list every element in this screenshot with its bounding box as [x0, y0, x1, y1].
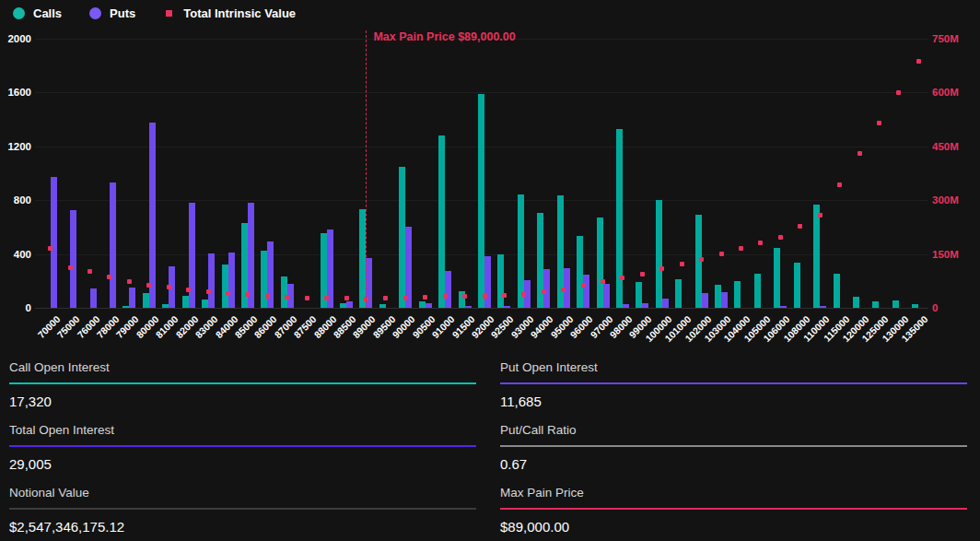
intrinsic-value-dot[interactable]	[896, 90, 901, 95]
intrinsic-value-dot[interactable]	[88, 269, 92, 274]
put-bar[interactable]	[543, 269, 550, 308]
call-bar[interactable]	[419, 301, 426, 308]
intrinsic-value-dot[interactable]	[916, 59, 921, 64]
intrinsic-value-dot[interactable]	[620, 276, 624, 280]
intrinsic-value-dot[interactable]	[798, 224, 802, 229]
put-bar[interactable]	[208, 253, 215, 308]
call-bar[interactable]	[379, 304, 386, 308]
intrinsic-value-dot[interactable]	[68, 265, 73, 270]
put-bar[interactable]	[346, 301, 353, 308]
call-bar[interactable]	[853, 297, 859, 308]
put-bar[interactable]	[623, 304, 629, 308]
intrinsic-value-dot[interactable]	[601, 279, 605, 284]
intrinsic-value-dot[interactable]	[127, 279, 132, 284]
intrinsic-value-dot[interactable]	[542, 289, 546, 294]
call-bar[interactable]	[202, 300, 208, 308]
call-bar[interactable]	[754, 274, 761, 308]
put-bar[interactable]	[583, 275, 589, 308]
put-bar[interactable]	[426, 303, 432, 308]
intrinsic-value-dot[interactable]	[659, 266, 664, 271]
put-bar[interactable]	[780, 306, 787, 308]
put-bar[interactable]	[445, 271, 451, 308]
call-bar[interactable]	[143, 293, 149, 308]
intrinsic-value-dot[interactable]	[186, 288, 191, 292]
call-bar[interactable]	[597, 218, 603, 308]
intrinsic-value-dot[interactable]	[206, 289, 211, 294]
intrinsic-value-dot[interactable]	[285, 295, 289, 300]
legend-item-total-intrinsic-value[interactable]: Total Intrinsic Value	[163, 6, 296, 20]
intrinsic-value-dot[interactable]	[265, 294, 270, 299]
intrinsic-value-dot[interactable]	[245, 292, 250, 297]
call-bar[interactable]	[261, 251, 267, 308]
call-bar[interactable]	[162, 304, 169, 308]
intrinsic-value-dot[interactable]	[739, 246, 743, 251]
put-bar[interactable]	[504, 306, 510, 308]
intrinsic-value-dot[interactable]	[324, 296, 329, 300]
put-bar[interactable]	[662, 299, 669, 308]
call-bar[interactable]	[497, 254, 504, 308]
call-bar[interactable]	[774, 248, 780, 308]
call-bar[interactable]	[892, 300, 899, 308]
intrinsic-value-dot[interactable]	[581, 283, 586, 288]
call-bar[interactable]	[715, 285, 721, 308]
intrinsic-value-dot[interactable]	[640, 272, 645, 276]
intrinsic-value-dot[interactable]	[719, 252, 724, 256]
call-bar[interactable]	[675, 279, 682, 308]
put-bar[interactable]	[721, 292, 728, 308]
intrinsic-value-dot[interactable]	[443, 294, 448, 299]
intrinsic-value-dot[interactable]	[758, 241, 763, 245]
call-bar[interactable]	[122, 306, 129, 308]
intrinsic-value-dot[interactable]	[403, 296, 408, 300]
intrinsic-value-dot[interactable]	[344, 296, 349, 300]
call-bar[interactable]	[912, 304, 918, 308]
call-bar[interactable]	[518, 194, 524, 308]
call-bar[interactable]	[872, 301, 879, 308]
put-bar[interactable]	[228, 253, 235, 308]
call-bar[interactable]	[182, 296, 189, 308]
intrinsic-value-dot[interactable]	[561, 288, 566, 292]
call-bar[interactable]	[656, 200, 662, 308]
intrinsic-value-dot[interactable]	[699, 257, 704, 262]
call-bar[interactable]	[577, 236, 583, 308]
call-bar[interactable]	[734, 281, 741, 308]
intrinsic-value-dot[interactable]	[423, 295, 427, 300]
put-bar[interactable]	[465, 306, 472, 308]
intrinsic-value-dot[interactable]	[877, 121, 881, 125]
put-bar[interactable]	[702, 293, 708, 308]
call-bar[interactable]	[281, 276, 287, 308]
call-bar[interactable]	[478, 94, 484, 308]
legend-item-puts[interactable]: Puts	[89, 6, 135, 20]
call-bar[interactable]	[813, 205, 820, 308]
put-bar[interactable]	[820, 306, 826, 308]
intrinsic-value-dot[interactable]	[462, 294, 467, 299]
intrinsic-value-dot[interactable]	[858, 151, 862, 156]
put-bar[interactable]	[90, 288, 97, 308]
call-bar[interactable]	[222, 265, 228, 308]
intrinsic-value-dot[interactable]	[167, 285, 171, 289]
intrinsic-value-dot[interactable]	[107, 275, 111, 279]
put-bar[interactable]	[51, 177, 57, 308]
call-bar[interactable]	[794, 263, 800, 308]
intrinsic-value-dot[interactable]	[818, 213, 822, 218]
put-bar[interactable]	[642, 303, 648, 308]
call-bar[interactable]	[359, 209, 366, 308]
call-bar[interactable]	[399, 167, 405, 308]
intrinsic-value-dot[interactable]	[383, 296, 388, 300]
call-bar[interactable]	[438, 135, 445, 308]
put-bar[interactable]	[603, 284, 610, 308]
intrinsic-value-dot[interactable]	[226, 291, 230, 296]
put-bar[interactable]	[149, 123, 156, 308]
put-bar[interactable]	[129, 288, 135, 308]
call-bar[interactable]	[616, 129, 623, 308]
intrinsic-value-dot[interactable]	[502, 293, 507, 298]
intrinsic-value-dot[interactable]	[48, 246, 52, 251]
put-bar[interactable]	[110, 182, 116, 308]
intrinsic-value-dot[interactable]	[483, 294, 487, 299]
call-bar[interactable]	[340, 303, 346, 308]
put-bar[interactable]	[70, 210, 76, 308]
intrinsic-value-dot[interactable]	[146, 283, 151, 288]
intrinsic-value-dot[interactable]	[680, 262, 684, 266]
put-bar[interactable]	[484, 256, 491, 308]
intrinsic-value-dot[interactable]	[837, 182, 842, 187]
call-bar[interactable]	[636, 282, 642, 308]
